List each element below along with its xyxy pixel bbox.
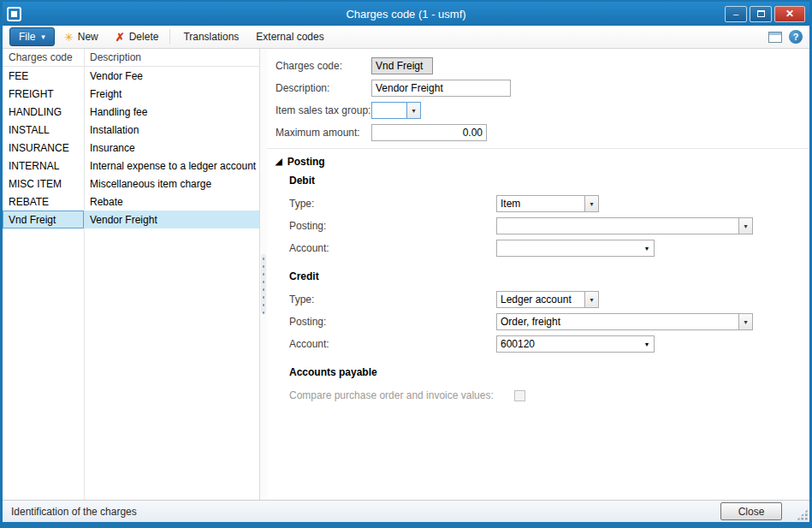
window-layout-icon-header: [769, 33, 781, 35]
table-row[interactable]: INTERNAL Internal expense to a ledger ac…: [3, 157, 259, 175]
cell-description: Freight: [84, 85, 259, 103]
delete-icon: ✗: [116, 32, 125, 43]
charges-code-window: Charges code (1 - usmf) – ✕ File ▾ ✳ New…: [0, 0, 812, 528]
lookup-arrow-icon[interactable]: ▼: [640, 335, 655, 353]
credit-posting-select[interactable]: Order, freight ▾: [496, 313, 753, 330]
debit-subsection-title: Debit: [289, 175, 801, 187]
cell-description: Handling fee: [84, 103, 259, 121]
chevron-down-icon[interactable]: ▾: [406, 102, 421, 119]
window-layout-icon[interactable]: [768, 32, 782, 43]
posting-section-title: Posting: [287, 156, 325, 168]
table-row[interactable]: FEE Vendor Fee: [3, 67, 259, 85]
title-bar: Charges code (1 - usmf) – ✕: [3, 2, 809, 26]
table-row-selected[interactable]: Vnd Freigt Vendor Freight: [3, 211, 259, 228]
item-sales-tax-group-select[interactable]: ▾: [371, 102, 421, 119]
cell-description: Miscellaneous item charge: [84, 175, 259, 193]
debit-type-select[interactable]: Item ▾: [496, 195, 599, 212]
maximum-amount-field[interactable]: 0.00: [371, 124, 487, 141]
external-codes-button-label: External codes: [256, 31, 323, 43]
cell-description: Vendor Fee: [84, 67, 259, 85]
column-header-charges-code[interactable]: Charges code: [3, 51, 84, 63]
table-row[interactable]: INSTALL Installation: [3, 121, 259, 139]
cell-description: Insurance: [84, 139, 259, 157]
cell-charges-code: INTERNAL: [3, 157, 84, 175]
close-form-button[interactable]: Close: [720, 502, 782, 520]
chevron-down-icon[interactable]: ▾: [738, 313, 753, 330]
debit-posting-value: [496, 217, 738, 234]
toolbar-separator: [169, 29, 170, 44]
translations-button[interactable]: Translations: [175, 27, 246, 46]
debit-posting-select[interactable]: ▾: [496, 217, 753, 234]
description-field[interactable]: Vendor Freight: [371, 80, 511, 97]
cell-description: Vendor Freight: [84, 211, 259, 228]
delete-button[interactable]: ✗ Delete: [108, 27, 167, 46]
debit-type-value: Item: [496, 195, 584, 212]
table-row[interactable]: HANDLING Handling fee: [3, 103, 259, 121]
cell-description: Installation: [84, 121, 259, 139]
expand-icon: ◢: [276, 157, 282, 166]
item-sales-tax-group-value: [371, 102, 406, 119]
table-row[interactable]: FREIGHT Freight: [3, 85, 259, 103]
app-icon: [7, 7, 21, 21]
divider: [267, 148, 809, 149]
cell-description: Internal expense to a ledger account: [84, 157, 259, 175]
chevron-down-icon[interactable]: ▾: [584, 195, 599, 212]
credit-account-label: Account:: [289, 338, 496, 350]
credit-type-value: Ledger account: [496, 291, 584, 308]
cell-charges-code: MISC ITEM: [3, 175, 84, 193]
maximize-icon: [757, 10, 765, 17]
cell-charges-code: HANDLING: [3, 103, 84, 121]
compare-values-checkbox[interactable]: [514, 390, 525, 401]
charges-grid: Charges code Description FEE Vendor Fee …: [3, 49, 260, 500]
cell-charges-code: FREIGHT: [3, 85, 84, 103]
compare-values-label: Compare purchase order and invoice value…: [289, 389, 512, 401]
splitter-grip-icon[interactable]: [261, 254, 266, 314]
minimize-button[interactable]: –: [725, 6, 747, 22]
credit-posting-value: Order, freight: [496, 313, 738, 330]
accounts-payable-subsection-title: Accounts payable: [289, 366, 801, 378]
chevron-down-icon[interactable]: ▾: [584, 291, 599, 308]
cell-charges-code: INSTALL: [3, 121, 84, 139]
description-label: Description:: [276, 82, 371, 94]
window-title: Charges code (1 - usmf): [3, 2, 809, 26]
app-icon-glyph: [11, 11, 17, 17]
debit-account-value: [496, 240, 640, 257]
toolbar: File ▾ ✳ New ✗ Delete Translations Exter…: [3, 26, 809, 49]
lookup-arrow-icon[interactable]: ▼: [640, 240, 655, 257]
help-icon[interactable]: ?: [789, 30, 803, 44]
cell-charges-code: FEE: [3, 67, 84, 85]
cell-charges-code: INSURANCE: [3, 139, 84, 157]
debit-posting-label: Posting:: [289, 220, 496, 232]
chevron-down-icon: ▾: [41, 33, 45, 41]
credit-account-lookup[interactable]: 600120 ▼: [496, 335, 655, 353]
toolbar-right: ?: [768, 30, 803, 44]
table-row[interactable]: REBATE Rebate: [3, 193, 259, 211]
credit-subsection-title: Credit: [289, 270, 801, 282]
new-icon: ✳: [64, 32, 74, 43]
table-row[interactable]: MISC ITEM Miscellaneous item charge: [3, 175, 259, 193]
credit-type-select[interactable]: Ledger account ▾: [496, 291, 599, 308]
column-header-description[interactable]: Description: [84, 51, 259, 63]
file-menu-button[interactable]: File ▾: [9, 27, 55, 46]
credit-account-value: 600120: [496, 335, 640, 353]
table-row[interactable]: INSURANCE Insurance: [3, 139, 259, 157]
content-area: Charges code Description FEE Vendor Fee …: [3, 49, 809, 500]
resize-grip-icon[interactable]: [797, 509, 808, 520]
window-controls: – ✕: [725, 6, 805, 22]
charges-code-field[interactable]: Vnd Freigt: [371, 57, 433, 74]
chevron-down-icon[interactable]: ▾: [738, 217, 753, 234]
credit-type-label: Type:: [289, 294, 496, 306]
translations-button-label: Translations: [183, 31, 239, 43]
external-codes-button[interactable]: External codes: [248, 27, 331, 46]
maximize-button[interactable]: [750, 6, 772, 22]
cell-charges-code: Vnd Freigt: [3, 211, 84, 228]
details-form: Charges code: Vnd Freigt Description: Ve…: [267, 49, 809, 500]
close-button[interactable]: ✕: [774, 6, 805, 22]
debit-account-lookup[interactable]: ▼: [496, 240, 655, 257]
debit-type-label: Type:: [289, 198, 496, 210]
panel-splitter[interactable]: [260, 49, 267, 500]
cell-charges-code: REBATE: [3, 193, 84, 211]
grid-header: Charges code Description: [3, 49, 259, 67]
posting-section-header[interactable]: ◢ Posting: [276, 156, 801, 168]
new-button[interactable]: ✳ New: [56, 27, 106, 46]
